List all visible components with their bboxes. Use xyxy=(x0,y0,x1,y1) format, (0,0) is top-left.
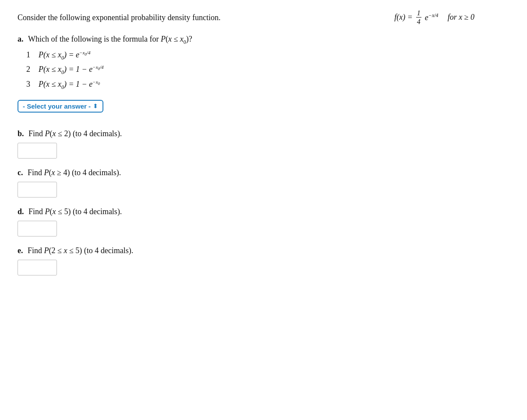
option-1-text: P(x ≤ x0) = e−x0/4 xyxy=(39,50,90,61)
part-e-block: e. Find P(2 ≤ x ≤ 5) (to 4 decimals). xyxy=(18,246,509,275)
formula-condition: for x ≥ 0 xyxy=(448,13,474,22)
part-d-input[interactable] xyxy=(18,221,57,236)
part-b-question: Find P(x ≤ 2) (to 4 decimals). xyxy=(28,129,122,138)
formula-block: f(x) = 1 4 e−x/4 for x ≥ 0 xyxy=(394,9,474,26)
part-c-block: c. Find P(x ≥ 4) (to 4 decimals). xyxy=(18,168,509,198)
part-a-label: a. Which of the following is the formula… xyxy=(18,35,509,46)
option-1-row: 1 P(x ≤ x0) = e−x0/4 xyxy=(26,50,509,61)
select-answer-wrapper[interactable]: - Select your answer - 1 2 3 ⬍ xyxy=(18,100,103,113)
part-c-letter: c. xyxy=(18,168,23,177)
part-b-label: b. Find P(x ≤ 2) (to 4 decimals). xyxy=(18,129,509,138)
option-3-text: P(x ≤ x0) = 1 − e−x0 xyxy=(39,79,100,91)
select-answer-dropdown[interactable]: - Select your answer - 1 2 3 xyxy=(23,102,99,110)
option-3-num: 3 xyxy=(26,80,35,89)
part-d-label: d. Find P(x ≤ 5) (to 4 decimals). xyxy=(18,207,509,216)
formula-lhs: f(x) = xyxy=(394,13,413,22)
part-c-input[interactable] xyxy=(18,182,57,198)
part-b-block: b. Find P(x ≤ 2) (to 4 decimals). xyxy=(18,129,509,159)
option-3-row: 3 P(x ≤ x0) = 1 − e−x0 xyxy=(26,79,509,91)
frac-numerator: 1 xyxy=(416,9,421,18)
formula-fraction: 1 4 xyxy=(415,9,422,26)
part-e-input[interactable] xyxy=(18,260,57,275)
part-a-block: a. Which of the following is the formula… xyxy=(18,35,509,120)
frac-denominator: 4 xyxy=(416,18,421,26)
part-d-question: Find P(x ≤ 5) (to 4 decimals). xyxy=(28,207,122,216)
part-c-label: c. Find P(x ≥ 4) (to 4 decimals). xyxy=(18,168,509,177)
option-1-num: 1 xyxy=(26,50,35,60)
part-a-question: Which of the following is the formula fo… xyxy=(28,35,192,43)
options-list: 1 P(x ≤ x0) = e−x0/4 2 P(x ≤ x0) = 1 − e… xyxy=(26,50,509,91)
option-2-text: P(x ≤ x0) = 1 − e−x0/4 xyxy=(39,64,104,76)
part-b-input[interactable] xyxy=(18,143,57,159)
part-a-letter: a. xyxy=(18,35,24,43)
formula-e: e−x/4 xyxy=(425,12,439,22)
part-d-letter: d. xyxy=(18,207,24,216)
part-e-label: e. Find P(2 ≤ x ≤ 5) (to 4 decimals). xyxy=(18,246,509,255)
part-d-block: d. Find P(x ≤ 5) (to 4 decimals). xyxy=(18,207,509,236)
part-c-question: Find P(x ≥ 4) (to 4 decimals). xyxy=(28,168,121,177)
part-e-letter: e. xyxy=(18,246,23,255)
option-2-row: 2 P(x ≤ x0) = 1 − e−x0/4 xyxy=(26,64,509,76)
part-b-letter: b. xyxy=(18,129,24,138)
part-e-question: Find P(2 ≤ x ≤ 5) (to 4 decimals). xyxy=(28,246,133,255)
option-2-num: 2 xyxy=(26,65,35,74)
